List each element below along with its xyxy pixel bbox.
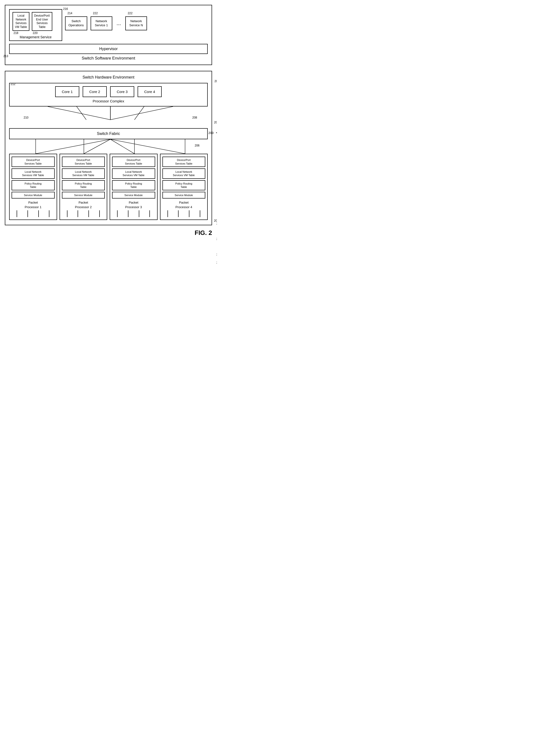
sw-services-row: 214 Switch Operations 222 Network Servic… <box>65 16 208 30</box>
pp4-port-lines <box>162 209 206 217</box>
processor-complex-wrapper: 212 Core 1 Core 2 Core 3 Core 4 Processo… <box>9 83 208 107</box>
ref-232: 232 <box>216 260 217 265</box>
pp-row: Device/Port Services Table Local Network… <box>9 154 208 220</box>
pp3-device-port: Device/Port Services Table <box>112 157 155 167</box>
hypervisor-box: Hypervisor <box>9 44 208 54</box>
pp1-device-port: Device/Port Services Table <box>11 157 55 167</box>
port-line <box>200 210 200 217</box>
fig-label: FIG. 2 <box>5 229 212 236</box>
pp4-policy-routing: Policy Routing Table <box>162 180 206 191</box>
ref-230: 230 <box>216 252 217 257</box>
processor-complex: Core 1 Core 2 Core 3 Core 4 Processor Co… <box>9 83 208 107</box>
sf-to-pp-svg: 206 <box>9 139 208 154</box>
port-line <box>28 210 28 217</box>
port-line <box>128 210 128 217</box>
software-env-label: Switch Software Environment <box>9 56 208 61</box>
pp2-device-port: Device/Port Services Table <box>62 157 105 167</box>
management-service-label: Management Service <box>12 35 59 39</box>
ref-244: 244 <box>216 236 217 242</box>
port-line <box>99 210 100 217</box>
pp2-policy-routing: Policy Routing Table <box>62 180 105 191</box>
ref-222a: 222 <box>93 11 98 15</box>
net-service1-wrapper: 222 Network Service 1 <box>90 16 112 30</box>
port-line <box>117 210 118 217</box>
network-service-1-box: Network Service 1 <box>90 16 112 30</box>
device-table-box: Device/Port/ End User Services Table <box>32 12 52 31</box>
pp3-label: PacketProcessor 3 <box>112 200 155 209</box>
pp4-local-network: Local Network Services VM Table <box>162 169 206 179</box>
port-line <box>178 210 179 217</box>
svg-line-1 <box>48 107 110 120</box>
pp3-service-module: Service Module <box>112 192 155 198</box>
port-line <box>38 210 39 217</box>
switch-ops-wrapper: 214 Switch Operations <box>65 16 87 30</box>
network-service-n-box: Network Service N <box>125 16 147 30</box>
ref-213: 213 <box>3 54 8 58</box>
ref-206-text: 206 <box>195 144 199 147</box>
packet-processor-1: Device/Port Services Table Local Network… <box>9 154 57 220</box>
svg-line-3 <box>77 107 86 120</box>
pp3-local-network: Local Network Services VM Table <box>112 169 155 179</box>
port-line <box>149 210 150 217</box>
ref-216: 216 <box>63 7 68 11</box>
pp2-service-module: Service Module <box>62 192 105 198</box>
ref-210-text: 210 <box>24 116 29 119</box>
core-2-box: Core 2 <box>83 86 107 97</box>
pp1-local-network: Local Network Services VM Table <box>11 169 55 179</box>
core-4-box: Core 4 <box>138 86 162 97</box>
packet-processor-3: Device/Port Services Table Local Network… <box>110 154 158 220</box>
pp3-policy-routing: Policy Routing Table <box>112 180 155 191</box>
net-serviceN-wrapper: 222 Network Service N <box>125 16 147 30</box>
port-line <box>189 210 189 217</box>
pp-refs: 236 244 230 232 <box>216 221 217 265</box>
pp1-service-module: Service Module <box>11 192 55 198</box>
vm-table-box: Local Network Services VM Table <box>12 12 29 31</box>
svg-line-2 <box>110 107 173 120</box>
pp1-label: PacketProcessor 1 <box>11 200 55 209</box>
port-line <box>67 210 68 217</box>
pp4-service-module: Service Module <box>162 192 206 198</box>
hardware-environment: Switch Hardware Environment 212 Core 1 C… <box>5 71 212 225</box>
svg-line-10 <box>84 139 110 154</box>
ref-202: 202 <box>214 120 217 124</box>
ref-207: 207 <box>214 219 217 222</box>
port-line <box>88 210 89 217</box>
pp4-device-port: Device/Port Services Table <box>162 157 206 167</box>
management-service-wrapper: Local Network Services VM Table 218 Devi… <box>9 9 62 41</box>
cores-row: Core 1 Core 2 Core 3 Core 4 <box>13 86 203 97</box>
pp4-label: PacketProcessor 4 <box>162 200 206 209</box>
port-line <box>16 210 17 217</box>
pp3-port-lines <box>112 209 155 217</box>
management-service-area: Local Network Services VM Table 218 Devi… <box>9 9 62 41</box>
ref-220: 220 <box>33 31 38 35</box>
pp1-port-lines <box>11 209 55 217</box>
ref-208-text: 208 <box>192 116 197 119</box>
core-1-box: Core 1 <box>55 86 79 97</box>
vm-table-wrapper: Local Network Services VM Table 218 <box>12 12 29 31</box>
ref-218: 218 <box>13 31 18 35</box>
diagram-container: 200 ◄ 202 216 Local Network Services VM … <box>5 5 212 236</box>
switch-fabric-box: Switch Fabric <box>9 128 208 139</box>
ellipsis: ... <box>116 20 122 27</box>
packet-processor-4: Device/Port Services Table Local Network… <box>160 154 208 220</box>
connector-svg: 210 208 <box>9 107 208 128</box>
pp2-local-network: Local Network Services VM Table <box>62 169 105 179</box>
core-3-box: Core 3 <box>110 86 134 97</box>
pp2-label: PacketProcessor 2 <box>62 200 105 209</box>
pp1-policy-routing: Policy Routing Table <box>11 180 55 191</box>
port-line <box>78 210 78 217</box>
svg-line-9 <box>36 139 110 154</box>
port-line <box>139 210 139 217</box>
processor-complex-label: Processor Complex <box>13 99 203 103</box>
ref-222b: 222 <box>128 11 133 15</box>
switch-operations-box: Switch Operations <box>65 16 87 30</box>
ref-214: 214 <box>68 11 72 15</box>
device-table-wrapper: Device/Port/ End User Services Table 220 <box>32 12 52 31</box>
packet-processor-2: Device/Port Services Table Local Network… <box>60 154 108 220</box>
ref-204: 204 <box>215 79 217 83</box>
port-line <box>49 210 49 217</box>
svg-line-12 <box>110 139 185 154</box>
sw-top-row: Local Network Services VM Table 218 Devi… <box>9 9 208 41</box>
software-environment: 216 Local Network Services VM Table 218 … <box>5 5 212 65</box>
hw-env-title: Switch Hardware Environment <box>9 75 208 79</box>
